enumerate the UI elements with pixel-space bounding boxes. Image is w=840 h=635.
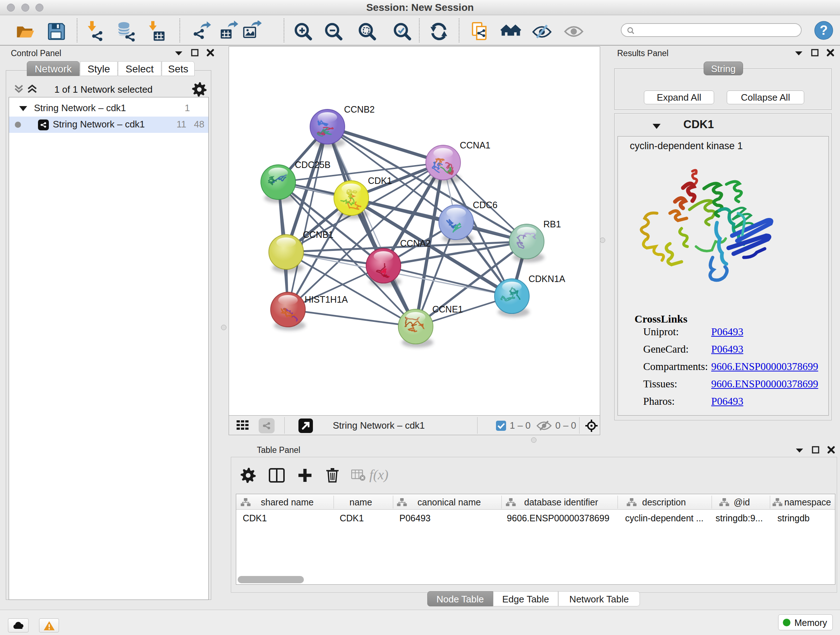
svg-text:RB1: RB1 bbox=[543, 219, 561, 229]
svg-text:?: ? bbox=[820, 23, 828, 38]
svg-text:CCNA1: CCNA1 bbox=[460, 140, 491, 150]
svg-text:CDK1: CDK1 bbox=[368, 176, 392, 186]
svg-text:CCNB2: CCNB2 bbox=[344, 104, 375, 114]
svg-text:CCNB1: CCNB1 bbox=[303, 230, 333, 240]
svg-text:HIST1H1A: HIST1H1A bbox=[305, 295, 348, 304]
svg-text:CDC25B: CDC25B bbox=[295, 160, 331, 170]
svg-text:CCNE1: CCNE1 bbox=[432, 304, 463, 314]
svg-text:CCNA2: CCNA2 bbox=[400, 238, 431, 249]
svg-text:CDKN1A: CDKN1A bbox=[529, 274, 565, 284]
svg-text:CDC6: CDC6 bbox=[473, 200, 497, 210]
